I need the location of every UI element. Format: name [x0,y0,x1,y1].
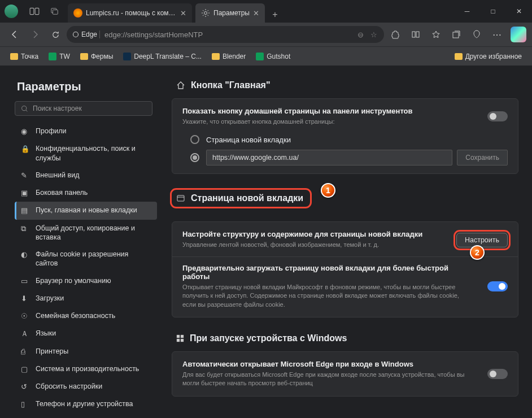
brush-icon: ✎ [21,171,30,180]
nav-cookies[interactable]: ◐Файлы cookie и разрешения сайтов [15,246,157,272]
folder-icon [212,53,220,60]
bookmark-gutshot[interactable]: Gutshot [251,50,295,63]
close-icon[interactable]: ✕ [180,9,186,18]
nav-privacy[interactable]: 🔒Конфиденциальность, поиск и службы [15,140,157,167]
nav-phone[interactable]: ▯Телефон и другие устройства [15,395,157,413]
windows-icon [176,334,184,342]
nav-sidebar[interactable]: ▣Боковая панель [15,184,157,202]
nav-accessibility[interactable]: ✴Специальные возможности [15,413,157,419]
radio-custom-url[interactable]: Сохранить [190,150,508,166]
bookmark-tw[interactable]: TW [44,50,75,63]
search-in-page-icon[interactable]: ⊖ [356,31,365,39]
customize-newtab-title: Настройте структуру и содержимое для стр… [182,230,443,238]
autostart-title: Автоматически открывает Microsoft Edge п… [182,360,474,368]
svg-rect-11 [177,335,180,338]
svg-point-5 [73,32,79,37]
tab-lumpics[interactable]: Lumpics.ru - помощь с компьют ✕ [68,3,192,23]
radio-unchecked-icon [190,135,199,144]
autostart-sub: Для вас будет открываться Microsoft Edge… [182,371,474,388]
nav-profiles[interactable]: ◉Профили [15,123,157,140]
address-bar[interactable]: Edge edge://settings/startHomeNTP ⊖ ☆ [67,26,384,43]
svg-point-9 [22,106,27,110]
forward-button[interactable] [26,25,44,43]
nav-start-home[interactable]: ▤Пуск, главная и новые вкладки [15,202,157,219]
svg-point-4 [204,12,207,15]
collections-icon[interactable] [447,25,465,43]
maximize-button[interactable]: □ [480,2,506,21]
home-icon [176,81,185,90]
svg-rect-3 [53,10,58,14]
extensions-icon[interactable] [386,25,404,43]
nav-downloads[interactable]: ⬇Загрузки [15,290,157,307]
copilot-button[interactable] [511,27,526,42]
window-controls: ─ □ ✕ [454,2,532,21]
home-url-input[interactable] [206,150,452,166]
family-icon: ☉ [21,312,30,321]
bookmark-deepl[interactable]: DeepL Translate – C... [119,50,206,63]
svg-rect-10 [177,195,184,201]
nav-default-browser[interactable]: ▭Браузер по умолчанию [15,272,157,290]
lock-icon: 🔒 [21,145,30,154]
titlebar: Lumpics.ru - помощь с компьют ✕ Параметр… [0,0,532,23]
protocol-badge: Edge [72,31,100,38]
download-icon: ⬇ [21,294,30,303]
tab-overview-icon[interactable] [51,6,59,16]
system-icon: ▢ [21,365,30,374]
card-windows-startup: Автоматически открывает Microsoft Edge п… [172,351,518,397]
nav-share[interactable]: ⧉Общий доступ, копирование и вставка [15,220,157,246]
section-new-tab-page: Страница новой вкладки [173,191,309,206]
customize-button[interactable]: Настроить [456,233,508,247]
split-screen-icon[interactable] [407,25,425,43]
profile-avatar[interactable] [5,5,18,18]
more-menu-button[interactable]: ⋯ [488,25,506,43]
nav-family[interactable]: ☉Семейная безопасность [15,307,157,325]
favorites-icon[interactable] [427,25,445,43]
nav-languages[interactable]: ＡЯзыки [15,325,157,342]
bookmarks-bar: Точка TW Фермы DeepL Translate – C... Bl… [0,46,532,66]
bookmark-blender[interactable]: Blender [207,50,250,63]
folder-icon [455,53,463,60]
new-tab-button[interactable]: + [267,7,283,23]
home-toggle-title: Показать кнопку домашней страницы на пан… [182,107,481,115]
close-window-button[interactable]: ✕ [506,2,532,21]
back-button[interactable] [6,25,24,43]
preload-toggle[interactable] [487,281,508,291]
svg-rect-0 [30,8,34,14]
browser-icon: ▭ [21,277,30,286]
nav-appearance[interactable]: ✎Внешний вид [15,167,157,184]
refresh-button[interactable] [46,25,64,43]
home-button-toggle[interactable] [487,111,508,121]
bookmark-other[interactable]: Другое избранное [450,50,526,63]
settings-sidebar: Параметры Поиск настроек ◉Профили 🔒Конфи… [0,66,163,418]
bookmark-fermy[interactable]: Фермы [76,50,117,63]
card-home-button: Показать кнопку домашней страницы на пан… [172,98,518,174]
sidebar-title: Параметры [17,80,157,93]
annotation-marker-2: 2 [470,245,485,260]
content-area: Параметры Поиск настроек ◉Профили 🔒Конфи… [0,66,532,418]
folder-icon [80,53,88,60]
browser-essentials-icon[interactable] [468,25,486,43]
nav-system[interactable]: ▢Система и производительность [15,360,157,378]
tabs-icon: ▤ [21,206,30,215]
autostart-toggle[interactable] [487,369,508,379]
minimize-button[interactable]: ─ [454,2,480,21]
close-icon[interactable]: ✕ [253,9,259,18]
printer-icon: ⎙ [21,347,30,356]
save-url-button[interactable]: Сохранить [457,150,508,166]
bookmark-tochka[interactable]: Точка [6,50,43,63]
folder-icon [10,53,18,60]
search-icon [21,105,28,112]
radio-new-tab[interactable]: Страница новой вкладки [190,135,508,144]
preload-sub: Открывает страницу новой вкладки Майкрос… [182,283,474,309]
tab-well: Lumpics.ru - помощь с компьют ✕ Параметр… [64,0,454,23]
radio-checked-icon [190,153,199,162]
deepl-icon [123,53,131,60]
favorite-icon[interactable]: ☆ [369,31,378,39]
nav-reset[interactable]: ↺Сбросить настройки [15,378,157,395]
search-settings-input[interactable]: Поиск настроек [15,101,152,116]
card-new-tab: Настройте структуру и содержимое для стр… [172,221,518,317]
customize-newtab-sub: Управление лентой новостей, фоновой изоб… [182,241,443,249]
nav-printers[interactable]: ⎙Принтеры [15,343,157,360]
tab-settings[interactable]: Параметры ✕ [195,3,265,23]
workspaces-icon[interactable] [29,6,40,16]
